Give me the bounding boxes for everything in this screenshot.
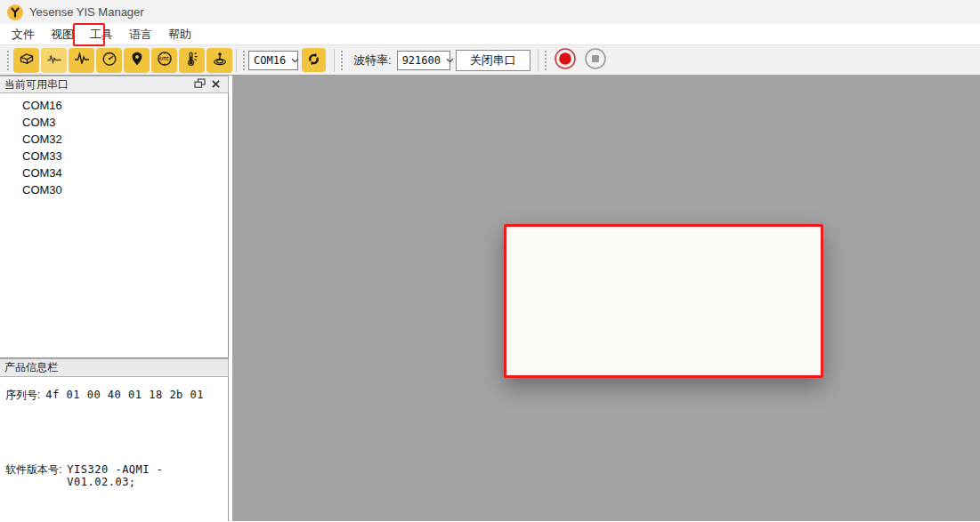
close-icon	[736, 258, 747, 271]
attitude-wave-button[interactable]	[41, 48, 67, 73]
float-window-icon	[194, 78, 206, 92]
baud-rate-value: 921600	[402, 54, 441, 67]
baud-rate-label: 波特率:	[353, 52, 392, 68]
port-list-item[interactable]: COM30	[0, 181, 228, 198]
menu-view[interactable]: 视图	[45, 25, 79, 44]
output-rate-row: 输出频率: 200 确定	[572, 311, 745, 333]
port-select-value: COM16	[254, 54, 286, 67]
port-select[interactable]: COM16	[248, 51, 298, 70]
dock-float-button[interactable]	[191, 77, 207, 92]
output-rate-confirm-button[interactable]: 确定	[681, 311, 745, 333]
menu-tools[interactable]: 工具	[85, 25, 118, 44]
port-list-item[interactable]: COM3	[0, 114, 228, 131]
port-list-item[interactable]: COM32	[0, 131, 228, 148]
toolbar-grip[interactable]	[545, 51, 547, 70]
dialog-titlebar[interactable]: 输出配置 ?	[564, 251, 756, 277]
chevron-down-icon	[661, 293, 669, 298]
dialog-help-button[interactable]: ?	[703, 258, 709, 271]
waveform-button[interactable]	[69, 48, 94, 73]
dialog-title: 输出配置	[592, 257, 635, 272]
baud-confirm-button[interactable]: 确定	[681, 285, 745, 306]
toolbar: UTC COM16 波特率: 921600 关闭串口	[0, 45, 980, 76]
product-info-header: 产品信息栏	[0, 358, 229, 377]
dialog-output-rate-select[interactable]: 200	[628, 312, 673, 333]
menubar: 文件 视图 工具 语言 帮助	[0, 24, 980, 45]
serial-number-row: 序列号: 4f 01 00 40 01 18 2b 01	[5, 388, 223, 403]
serial-number-label: 序列号:	[5, 388, 40, 403]
cube-3d-button[interactable]	[13, 48, 39, 73]
dialog-output-rate-value: 200	[634, 316, 653, 328]
record-icon	[553, 46, 578, 74]
thermometer-button[interactable]	[179, 48, 205, 73]
dock-header: 当前可用串口	[0, 76, 229, 93]
record-button[interactable]	[553, 48, 578, 73]
port-list-item[interactable]: COM33	[0, 148, 228, 165]
gauge-button[interactable]	[96, 48, 122, 73]
toolbar-grip[interactable]	[341, 51, 343, 70]
stop-icon	[583, 46, 608, 74]
window-titlebar: Yesense YIS Manager	[0, 0, 980, 24]
close-serial-button[interactable]: 关闭串口	[456, 50, 530, 71]
software-version-value: YIS320 -AQMI -V01.02.03;	[67, 463, 228, 488]
product-info-body: 序列号: 4f 01 00 40 01 18 2b 01 软件版本号: YIS3…	[0, 377, 229, 521]
svg-text:UTC: UTC	[160, 57, 169, 61]
dialog-close-button[interactable]	[734, 256, 749, 273]
toolbar-separator	[538, 49, 539, 72]
stop-button[interactable]	[583, 48, 608, 73]
port-list-item[interactable]: COM34	[0, 165, 228, 181]
utc-clock-button[interactable]: UTC	[151, 48, 177, 73]
dock-close-button[interactable]	[207, 77, 223, 92]
refresh-ports-button[interactable]	[302, 48, 326, 72]
app-window: Yesense YIS Manager 文件 视图 工具 语言 帮助 UTC	[0, 0, 980, 522]
thermometer-icon	[183, 50, 201, 70]
dialog-body: 波特率: 921600 确定 输出频率: 200 确定	[564, 277, 756, 333]
close-icon	[211, 78, 221, 92]
window-title: Yesense YIS Manager	[29, 5, 144, 19]
software-version-row: 软件版本号: YIS320 -AQMI -V01.02.03;	[5, 462, 228, 488]
product-info-title: 产品信息栏	[4, 360, 58, 375]
location-button[interactable]	[124, 48, 150, 73]
serial-ports-dock: 当前可用串口 COM16 COM3 COM32 COM33 COM34 COM3…	[0, 76, 229, 521]
attitude-wave-icon	[45, 50, 63, 70]
location-pin-icon	[128, 50, 146, 70]
toolbar-grip[interactable]	[243, 51, 245, 70]
baud-rate-select[interactable]: 921600	[397, 51, 450, 70]
dock-title: 当前可用串口	[4, 77, 69, 92]
port-list: COM16 COM3 COM32 COM33 COM34 COM30	[0, 93, 229, 358]
cube-3d-icon	[18, 50, 36, 70]
menu-file[interactable]: 文件	[6, 25, 40, 44]
chevron-down-icon	[441, 58, 454, 63]
toolbar-separator	[236, 49, 237, 72]
dialog-baud-value: 921600	[623, 289, 661, 301]
chevron-down-icon	[286, 58, 299, 63]
menu-help[interactable]: 帮助	[163, 25, 197, 44]
chevron-down-icon	[660, 319, 668, 325]
app-logo-icon	[7, 4, 23, 20]
refresh-ports-icon	[305, 51, 322, 70]
utc-clock-icon: UTC	[156, 50, 174, 70]
antenna-icon	[211, 50, 229, 70]
dialog-baud-select[interactable]: 921600	[618, 285, 673, 306]
toolbar-separator	[334, 49, 335, 72]
antenna-button[interactable]	[207, 48, 232, 73]
serial-number-value: 4f 01 00 40 01 18 2b 01	[45, 389, 204, 401]
toolbar-grip[interactable]	[7, 51, 9, 70]
port-list-item[interactable]: COM16	[0, 97, 228, 114]
main-area: 当前可用串口 COM16 COM3 COM32 COM33 COM34 COM3…	[0, 76, 980, 521]
dialog-baud-label: 波特率:	[572, 288, 607, 303]
gauge-icon	[101, 50, 118, 70]
dialog-logo-icon	[571, 257, 586, 271]
baud-rate-row: 波特率: 921600 确定	[572, 285, 745, 306]
menu-language[interactable]: 语言	[124, 25, 158, 44]
output-config-dialog: 输出配置 ? 波特率: 921600 确定 输出频率: 200	[563, 250, 757, 343]
software-version-label: 软件版本号:	[5, 462, 61, 478]
dialog-output-rate-label: 输出频率:	[572, 315, 618, 330]
waveform-icon	[73, 50, 91, 70]
